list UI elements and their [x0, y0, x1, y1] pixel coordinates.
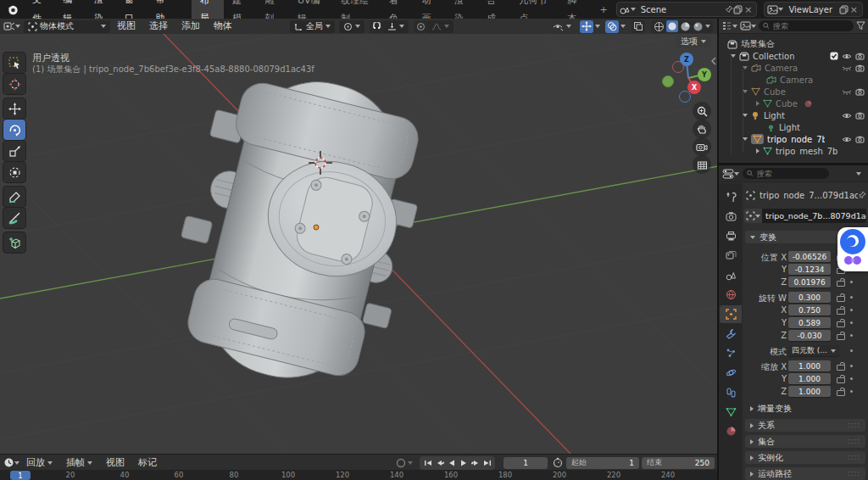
shading-material-icon[interactable]: [680, 21, 691, 32]
menu-viewport-select[interactable]: 选择: [142, 19, 175, 34]
blender-logo-icon[interactable]: [0, 3, 25, 16]
new-viewlayer-icon[interactable]: [839, 5, 849, 14]
camera-view-button[interactable]: [693, 137, 711, 156]
xray-toggle[interactable]: [632, 20, 645, 33]
hidden-eye-closed-icon[interactable]: [842, 64, 852, 72]
animate-decorator[interactable]: [850, 377, 853, 380]
tab-viewlayer-properties[interactable]: [720, 247, 742, 265]
hidden-eye-closed-icon[interactable]: [842, 88, 852, 96]
loc-z-field[interactable]: 0.01976: [788, 276, 831, 287]
model-knee-brace[interactable]: [153, 57, 441, 400]
tool-annotate[interactable]: [3, 187, 25, 207]
render-visibility-icon[interactable]: [855, 64, 865, 72]
gizmo-axis-x-neg[interactable]: [673, 62, 684, 73]
collections-section[interactable]: 集合 ::::: [745, 435, 865, 448]
outliner-row-cube-data[interactable]: Cube: [719, 98, 868, 109]
outliner-row-camera-data[interactable]: Camera: [719, 74, 868, 86]
lock-icon[interactable]: [836, 330, 846, 341]
animate-decorator[interactable]: [850, 334, 853, 337]
relations-section[interactable]: 关系 ::::: [745, 419, 865, 432]
lock-icon[interactable]: [836, 360, 846, 371]
menu-viewport-object[interactable]: 物体: [207, 19, 239, 34]
tab-scene-properties[interactable]: [720, 266, 742, 284]
lock-icon[interactable]: [836, 317, 846, 328]
scale-z-field[interactable]: 1.000: [788, 386, 831, 397]
properties-options-chevron[interactable]: [856, 172, 861, 176]
outliner-row-collection[interactable]: Collection: [719, 50, 868, 62]
frame-start-field[interactable]: 起始 1: [566, 457, 639, 469]
tool-measure[interactable]: [3, 208, 25, 228]
hide-eye-icon[interactable]: [842, 136, 852, 143]
tool-scale[interactable]: [3, 141, 25, 161]
stopwatch-icon[interactable]: [553, 457, 563, 468]
viewport-3d[interactable]: 用户透视 (1) 场景集合 | tripo_node_7b6bef3e-e3f8…: [0, 34, 718, 454]
object-origin-dot[interactable]: [314, 225, 319, 230]
perspective-toggle-button[interactable]: [693, 155, 711, 174]
pan-view-button[interactable]: [693, 120, 711, 138]
auto-keying-toggle[interactable]: [396, 458, 413, 468]
proportional-editing-toggle[interactable]: [414, 20, 427, 33]
tool-cursor[interactable]: [3, 74, 25, 94]
tab-physics-properties[interactable]: [720, 364, 742, 382]
add-workspace-button[interactable]: +: [592, 1, 616, 19]
play-button[interactable]: [458, 457, 469, 468]
assistant-secondary-icon[interactable]: [843, 255, 862, 265]
snap-target-dropdown[interactable]: [383, 20, 409, 33]
cube-expand-chevron[interactable]: [743, 90, 748, 93]
animate-decorator[interactable]: [850, 309, 853, 311]
tab-modifier-properties[interactable]: [720, 325, 742, 343]
outliner-row-light-object[interactable]: Light: [719, 109, 868, 121]
outliner-display-mode-button[interactable]: [721, 21, 737, 31]
playhead-badge[interactable]: 1: [10, 471, 31, 480]
lock-icon[interactable]: [836, 386, 846, 397]
viewport-options-button[interactable]: 选项: [676, 36, 711, 47]
tool-add-cube[interactable]: [3, 232, 25, 253]
outliner-row-tripo-node[interactable]: tripo_node_7b6bef: [719, 133, 868, 145]
zoom-view-button[interactable]: [693, 102, 711, 120]
lock-icon[interactable]: [836, 373, 846, 384]
floating-assistant-widget[interactable]: [837, 227, 868, 271]
visibility-dropdown[interactable]: [548, 20, 576, 33]
lock-icon[interactable]: [836, 292, 846, 303]
render-visibility-icon[interactable]: [855, 53, 865, 60]
delta-transform-section[interactable]: 增量变换: [745, 402, 865, 415]
tripo-node-expand-chevron[interactable]: [743, 137, 748, 141]
loc-x-field[interactable]: -0.06526: [788, 251, 831, 262]
editor-type-button[interactable]: [3, 20, 20, 33]
tab-render-properties[interactable]: [720, 208, 742, 226]
animate-decorator[interactable]: [850, 296, 853, 299]
camera-expand-chevron[interactable]: [743, 66, 748, 70]
render-visibility-icon[interactable]: [855, 136, 865, 143]
scale-x-field[interactable]: 1.000: [788, 360, 831, 371]
rot-x-field[interactable]: 0.750: [788, 304, 831, 315]
tab-particle-properties[interactable]: [720, 344, 742, 362]
mode-dropdown[interactable]: 物体模式: [24, 20, 110, 33]
filter-icon[interactable]: [856, 21, 865, 31]
new-scene-icon[interactable]: [733, 5, 743, 14]
hide-eye-icon[interactable]: [842, 112, 852, 120]
shading-rendered-icon[interactable]: [693, 21, 704, 32]
animate-decorator[interactable]: [850, 349, 853, 352]
menu-playback[interactable]: 回放: [19, 455, 59, 471]
rotation-mode-dropdown[interactable]: 四元数 (...: [788, 345, 839, 356]
tab-output-properties[interactable]: [720, 227, 742, 245]
menu-viewport-add[interactable]: 添加: [175, 19, 207, 34]
scene-selector[interactable]: Scene ×: [616, 2, 758, 17]
play-reverse-button[interactable]: [446, 457, 457, 468]
timeline-editor-type-button[interactable]: [3, 457, 19, 468]
outliner-row-camera-object[interactable]: Camera: [719, 62, 868, 74]
gizmos-chevron[interactable]: [595, 25, 600, 28]
gizmo-axis-z-neg[interactable]: [680, 92, 691, 103]
collection-checkbox[interactable]: [830, 52, 838, 60]
rot-w-field[interactable]: 0.300: [788, 292, 831, 303]
pivot-point-dropdown[interactable]: [339, 20, 364, 33]
sidebar-collapse-icon[interactable]: [710, 56, 717, 66]
tool-move[interactable]: [3, 98, 25, 119]
rot-y-field[interactable]: 0.589: [788, 317, 831, 328]
tool-select-box[interactable]: [3, 53, 25, 73]
menu-keying[interactable]: 插帧: [59, 455, 99, 471]
overlays-chevron[interactable]: [620, 25, 626, 28]
cube-data-expander[interactable]: [756, 101, 760, 106]
tab-world-properties[interactable]: [720, 286, 742, 304]
editor-split-horizontal[interactable]: [719, 163, 868, 165]
